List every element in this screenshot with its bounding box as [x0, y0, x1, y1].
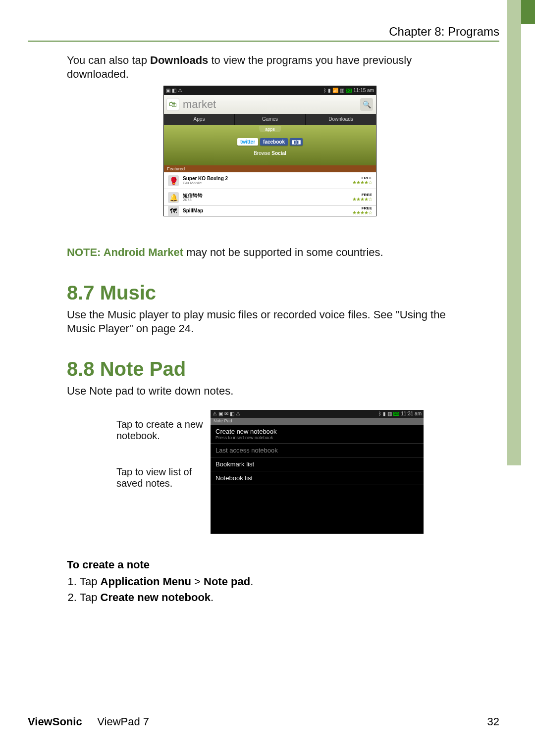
notepad-statusbar: ⚠ ▣ ✉ ◧ ⚠ ᛒ ▮ ▥ 3G 11:31 am	[211, 410, 424, 418]
star-icon: ★★★★☆	[352, 180, 372, 185]
np-item-main: Last access notebook	[215, 447, 419, 454]
status-icon: ◧	[230, 411, 234, 416]
step-bold: Create new notebook	[101, 591, 211, 604]
music-body: Use the Music player to play music files…	[67, 308, 473, 335]
tab-downloads[interactable]: Downloads	[306, 114, 376, 125]
network-icon: 3G	[393, 412, 400, 416]
status-icons-right: ᛒ ▮ ▥ 3G 11:31 am	[378, 411, 422, 416]
status-time: 11:15 am	[353, 88, 374, 93]
star-icon: ★★★★☆	[352, 197, 372, 202]
app-meta: FREE ★★★★☆	[352, 206, 372, 215]
banner-title: apps	[259, 126, 281, 132]
page-footer: ViewSonic ViewPad 7 32	[28, 715, 499, 728]
tab-games[interactable]: Games	[235, 114, 306, 125]
step-pre: Tap	[80, 591, 101, 604]
intro-paragraph: You can also tap Downloads to view the p…	[67, 53, 473, 81]
warning-icon: ⚠	[178, 88, 182, 93]
footer-brand: ViewSonic	[28, 715, 82, 728]
search-button[interactable]: 🔍	[360, 98, 373, 111]
status-icon: ▣	[166, 88, 170, 93]
app-info: 短信铃铃 2073	[183, 193, 348, 202]
featured-label: Featured	[164, 165, 376, 172]
banner-browse[interactable]: Browse Social	[254, 151, 286, 156]
app-row[interactable]: 🔔 短信铃铃 2073 FREE ★★★★☆	[164, 189, 376, 206]
np-item-main: Notebook list	[215, 474, 419, 482]
status-time: 11:31 am	[401, 411, 422, 416]
step-post: .	[250, 575, 253, 588]
note-line: NOTE: Android Market may not be supporte…	[67, 246, 473, 259]
market-header: 🛍 market 🔍	[164, 95, 376, 114]
signal-icon: 📶	[332, 88, 338, 93]
banner-chips: twitter facebook ◧◨	[237, 138, 303, 146]
app-info: SpillMap	[183, 208, 348, 213]
browse-prefix: Browse	[254, 151, 271, 156]
heading-music: 8.7 Music	[67, 282, 473, 304]
instructions-subhead: To create a note	[67, 558, 473, 571]
network-icon: 3G	[346, 89, 352, 93]
chapter-header: Chapter 8: Programs	[389, 25, 499, 39]
app-row[interactable]: 🗺 SpillMap FREE ★★★★☆	[164, 206, 376, 216]
np-item-main: Create new notebook	[215, 428, 419, 435]
market-logo: 🛍	[167, 99, 179, 110]
step-pre: Tap	[80, 575, 101, 588]
notepad-titlebar: Note Pad	[211, 418, 424, 425]
status-icons-left: ⚠ ▣ ✉ ◧ ⚠	[213, 411, 240, 416]
step-1: Tap Application Menu > Note pad.	[80, 574, 473, 590]
chip-twitter[interactable]: twitter	[237, 138, 258, 146]
status-icons-left: ▣ ◧ ⚠	[166, 88, 182, 93]
chip-app[interactable]: ◧◨	[290, 138, 303, 146]
market-title: market	[183, 98, 356, 111]
app-name: SpillMap	[183, 208, 348, 213]
note-prefix: NOTE:	[67, 246, 104, 258]
warning-icon: ⚠	[213, 411, 217, 416]
cell-icon: ▥	[387, 411, 392, 416]
notepad-callouts: Tap to create a new notebook. Tap to vie…	[116, 410, 206, 534]
footer-model: ViewPad 7	[97, 715, 149, 728]
app-info: Super KO Boxing 2 Glu Mobile	[183, 176, 348, 185]
market-banner: apps twitter facebook ◧◨ Browse Social	[164, 125, 376, 165]
chip-facebook[interactable]: facebook	[260, 138, 288, 146]
side-tab-accent	[521, 0, 535, 24]
step-bold: Application Menu	[101, 575, 191, 588]
status-icons-right: ᛒ ▮ 📶 ▥ 3G 11:15 am	[323, 88, 374, 93]
np-item-lastaccess[interactable]: Last access notebook	[211, 444, 424, 457]
heading-notepad: 8.8 Note Pad	[67, 358, 473, 380]
np-item-notebooklist[interactable]: Notebook list	[211, 471, 424, 485]
android-icon: 🛍	[169, 100, 177, 109]
np-item-create[interactable]: Create new notebook Press to insert new …	[211, 425, 424, 444]
header-rule	[28, 41, 499, 42]
note-rest: may not be supported in some countries.	[183, 246, 383, 258]
step-2: Tap Create new notebook.	[80, 590, 473, 605]
star-icon: ★★★★☆	[352, 210, 372, 215]
callout-text: Tap to create a new notebook.	[116, 419, 203, 441]
app-publisher: 2073	[183, 198, 348, 202]
footer-page: 32	[487, 715, 499, 728]
app-icon: 🔔	[168, 192, 179, 203]
battery-icon: ▮	[328, 88, 331, 93]
app-meta: FREE ★★★★☆	[352, 176, 372, 185]
status-icon: ▣	[218, 411, 223, 416]
intro-bold: Downloads	[150, 54, 208, 66]
step-bold: Note pad	[204, 575, 250, 588]
bluetooth-icon: ᛒ	[378, 411, 381, 416]
callout-text: Tap to view list of saved notes.	[116, 466, 192, 489]
app-icon: 🥊	[168, 175, 179, 186]
page-content: You can also tap Downloads to view the p…	[67, 53, 473, 606]
note-bold: Android Market	[104, 246, 183, 258]
market-screenshot: ▣ ◧ ⚠ ᛒ ▮ 📶 ▥ 3G 11:15 am 🛍 market 🔍	[163, 86, 376, 216]
status-icon: ◧	[172, 88, 176, 93]
instructions-list: Tap Application Menu > Note pad. Tap Cre…	[80, 574, 473, 606]
search-icon: 🔍	[363, 101, 371, 108]
app-row[interactable]: 🥊 Super KO Boxing 2 Glu Mobile FREE ★★★★…	[164, 172, 376, 189]
footer-left: ViewSonic ViewPad 7	[28, 715, 149, 728]
notepad-screenshot: ⚠ ▣ ✉ ◧ ⚠ ᛒ ▮ ▥ 3G 11:31 am Note Pad Cre…	[211, 410, 424, 534]
callout-viewlist: Tap to view list of saved notes.	[116, 466, 206, 489]
np-item-main: Bookmark list	[215, 460, 419, 468]
cell-icon: ▥	[340, 88, 344, 93]
bluetooth-icon: ᛒ	[323, 88, 326, 93]
np-item-bookmark[interactable]: Bookmark list	[211, 457, 424, 471]
step-post: .	[211, 591, 214, 604]
market-statusbar: ▣ ◧ ⚠ ᛒ ▮ 📶 ▥ 3G 11:15 am	[164, 86, 376, 95]
warning-icon: ⚠	[236, 411, 240, 416]
tab-apps[interactable]: Apps	[164, 114, 235, 125]
